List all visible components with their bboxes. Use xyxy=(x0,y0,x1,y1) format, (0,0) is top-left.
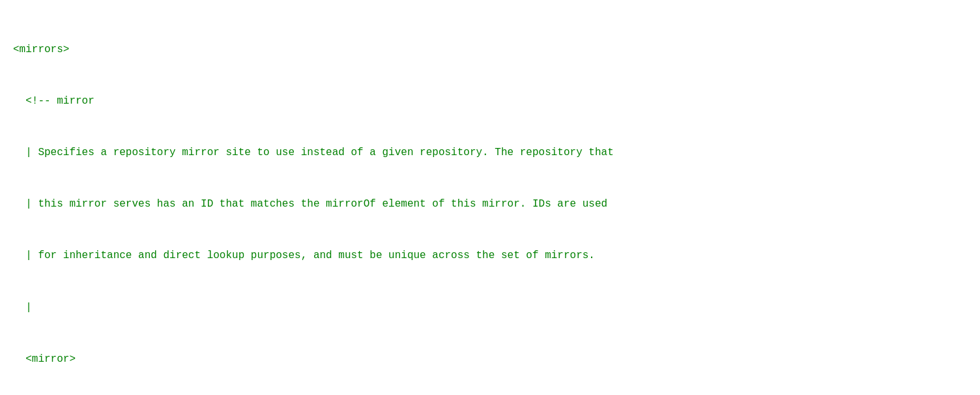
line-mirrors-open: <mirrors> xyxy=(13,41,967,58)
comment-text-3: | for inheritance and direct lookup purp… xyxy=(13,250,595,261)
comment-text-4: | xyxy=(13,302,32,314)
tag-mirror-open: <mirror> xyxy=(25,353,76,365)
line-comment-4: | xyxy=(13,299,967,316)
line-comment-start: <!-- mirror xyxy=(13,93,967,110)
tag-mirrors-open: <mirrors> xyxy=(13,44,69,55)
comment-start: <!-- mirror xyxy=(13,95,94,107)
comment-text-1: | Specifies a repository mirror site to … xyxy=(13,147,614,158)
line-comment-3: | for inheritance and direct lookup purp… xyxy=(13,247,967,264)
line-comment-2: | this mirror serves has an ID that matc… xyxy=(13,196,967,212)
line-comment-1: | Specifies a repository mirror site to … xyxy=(13,144,967,161)
comment-text-2: | this mirror serves has an ID that matc… xyxy=(13,198,607,210)
line-mirror-open: <mirror> xyxy=(13,351,967,368)
code-viewer: <mirrors> <!-- mirror | Specifies a repo… xyxy=(13,7,967,395)
